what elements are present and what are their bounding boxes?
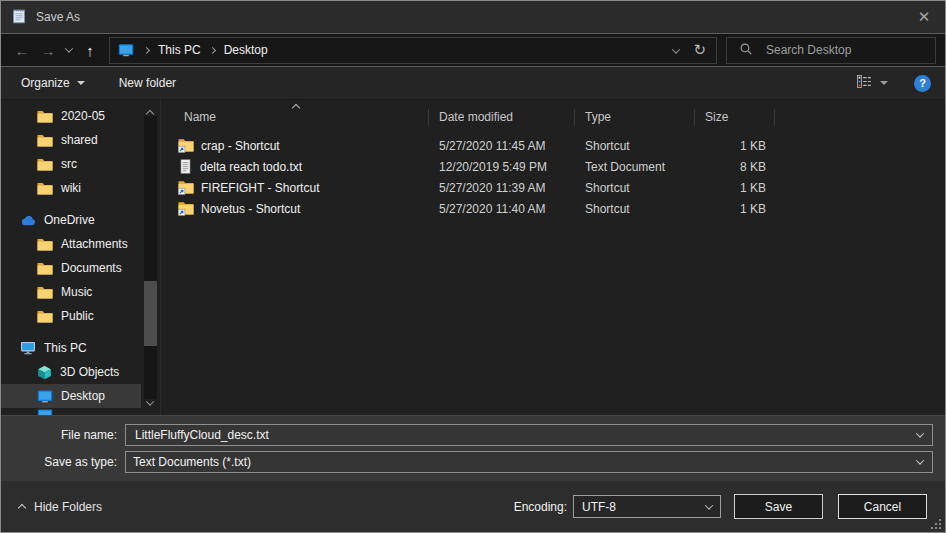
file-size-cell: 1 KB — [695, 139, 775, 153]
scrollbar-thumb[interactable] — [144, 281, 157, 346]
save-as-dialog: Save As ← → ↑ This PC Desktop — [0, 0, 946, 533]
window-title: Save As — [36, 10, 80, 24]
forward-icon[interactable]: → — [35, 37, 61, 63]
file-row[interactable]: delta reach todo.txt12/20/2019 5:49 PMTe… — [161, 156, 945, 177]
content-area: 2020-05sharedsrcwikiOneDriveAttachmentsD… — [1, 100, 945, 415]
sidebar-item-attachments[interactable]: Attachments — [1, 232, 141, 256]
sidebar-item-public[interactable]: Public — [1, 304, 141, 328]
organize-dropdown-icon — [77, 81, 85, 85]
encoding-label: Encoding: — [514, 500, 567, 514]
search-box[interactable] — [726, 37, 936, 64]
sidebar-item-label: OneDrive — [44, 213, 95, 227]
footer-bar: Hide Folders Encoding: UTF-8 Save Cancel — [1, 481, 945, 532]
search-input[interactable] — [764, 42, 929, 58]
hide-folders-label: Hide Folders — [34, 500, 102, 514]
close-icon[interactable] — [903, 1, 945, 33]
scroll-down-icon[interactable] — [147, 395, 153, 409]
sidebar-item-this-pc[interactable]: This PC — [1, 336, 141, 360]
column-header-size[interactable]: Size — [695, 109, 775, 126]
organize-button[interactable]: Organize — [21, 76, 85, 90]
new-folder-label: New folder — [119, 76, 176, 90]
file-row[interactable]: FIREFIGHT - Shortcut5/27/2020 11:39 AMSh… — [161, 177, 945, 198]
column-headers: NameDate modifiedTypeSize — [161, 106, 945, 129]
folder-icon — [37, 262, 53, 275]
sidebar-item-label: wiki — [61, 181, 81, 195]
address-dropdown-chevron-icon[interactable] — [673, 43, 679, 57]
cancel-button[interactable]: Cancel — [838, 494, 927, 519]
save-button[interactable]: Save — [734, 494, 823, 519]
help-icon[interactable] — [914, 75, 931, 92]
notepad-icon — [11, 8, 27, 27]
change-view-button[interactable] — [857, 75, 888, 91]
file-name-input[interactable] — [133, 427, 922, 443]
folder-shortcut-icon — [178, 180, 194, 195]
file-row[interactable]: crap - Shortcut5/27/2020 11:45 AMShortcu… — [161, 135, 945, 156]
save-as-type-value: Text Documents (*.txt) — [133, 455, 251, 469]
sidebar-item-label: Music — [61, 285, 92, 299]
sidebar-item-wiki[interactable]: wiki — [1, 176, 141, 200]
sidebar-item-label: Attachments — [61, 237, 128, 251]
sidebar-item-3d-objects[interactable]: 3D Objects — [1, 360, 141, 384]
chevron-down-icon — [705, 501, 713, 509]
title-bar: Save As — [1, 1, 945, 33]
file-name-label: File name: — [1, 428, 125, 442]
folder-shortcut-icon — [178, 201, 194, 216]
sidebar-item-partial[interactable] — [1, 408, 141, 415]
desktop-display-icon — [37, 408, 53, 415]
sidebar-item-label: shared — [61, 133, 98, 147]
sidebar-item-label: 3D Objects — [60, 365, 119, 379]
back-icon[interactable]: ← — [9, 37, 35, 63]
sidebar-item-label: 2020-05 — [61, 109, 105, 123]
folder-icon — [37, 238, 53, 251]
cube-3d-icon — [37, 365, 52, 380]
sidebar-item-documents[interactable]: Documents — [1, 256, 141, 280]
breadcrumb-chevron-icon — [144, 48, 149, 53]
views-dropdown-icon — [880, 81, 888, 85]
address-bar[interactable]: This PC Desktop — [109, 37, 717, 64]
file-date-cell: 12/20/2019 5:49 PM — [429, 160, 575, 174]
desktop-display-icon — [37, 389, 53, 403]
sidebar-item-music[interactable]: Music — [1, 280, 141, 304]
sidebar-item-src[interactable]: src — [1, 152, 141, 176]
encoding-select[interactable]: UTF-8 — [573, 495, 721, 518]
file-name-text: FIREFIGHT - Shortcut — [201, 181, 319, 195]
column-header-date-modified[interactable]: Date modified — [429, 109, 575, 126]
sidebar-item-label: Desktop — [61, 389, 105, 403]
file-date-cell: 5/27/2020 11:39 AM — [429, 181, 575, 195]
sidebar-item-onedrive[interactable]: OneDrive — [1, 208, 141, 232]
sidebar-item-2020-05[interactable]: 2020-05 — [1, 104, 141, 128]
file-size-cell: 8 KB — [695, 160, 775, 174]
refresh-icon[interactable] — [693, 41, 706, 59]
folder-icon — [37, 158, 53, 171]
file-name-text: delta reach todo.txt — [200, 160, 302, 174]
this-pc-icon — [20, 341, 36, 355]
sidebar-scrollbar[interactable] — [143, 103, 158, 412]
navigation-pane: 2020-05sharedsrcwikiOneDriveAttachmentsD… — [1, 100, 161, 415]
file-name-cell: Novetus - Shortcut — [161, 201, 429, 216]
hide-folders-button[interactable]: Hide Folders — [19, 500, 102, 514]
file-name-cell: FIREFIGHT - Shortcut — [161, 180, 429, 195]
folder-icon — [37, 134, 53, 147]
save-as-type-select[interactable]: Text Documents (*.txt) — [125, 451, 933, 473]
file-name-panel: File name: Save as type: Text Documents … — [1, 415, 945, 481]
navigation-bar: ← → ↑ This PC Desktop — [1, 33, 945, 67]
recent-locations-chevron-icon[interactable] — [61, 37, 77, 63]
sidebar-item-label: Documents — [61, 261, 122, 275]
chevron-down-icon[interactable] — [916, 456, 924, 464]
breadcrumb-desktop[interactable]: Desktop — [217, 43, 275, 57]
new-folder-button[interactable]: New folder — [119, 76, 176, 90]
resize-grip[interactable] — [931, 518, 942, 529]
file-size-cell: 1 KB — [695, 202, 775, 216]
text-document-icon — [178, 159, 193, 174]
up-icon[interactable]: ↑ — [77, 37, 103, 63]
scrollbar-track[interactable] — [144, 116, 157, 399]
column-header-type[interactable]: Type — [575, 109, 695, 126]
file-name-combobox[interactable] — [125, 424, 933, 446]
sidebar-item-shared[interactable]: shared — [1, 128, 141, 152]
breadcrumb-this-pc[interactable]: This PC — [151, 43, 208, 57]
sidebar-item-desktop[interactable]: Desktop — [1, 384, 141, 408]
file-type-cell: Shortcut — [575, 139, 695, 153]
file-date-cell: 5/27/2020 11:40 AM — [429, 202, 575, 216]
folder-icon — [37, 286, 53, 299]
file-row[interactable]: Novetus - Shortcut5/27/2020 11:40 AMShor… — [161, 198, 945, 219]
